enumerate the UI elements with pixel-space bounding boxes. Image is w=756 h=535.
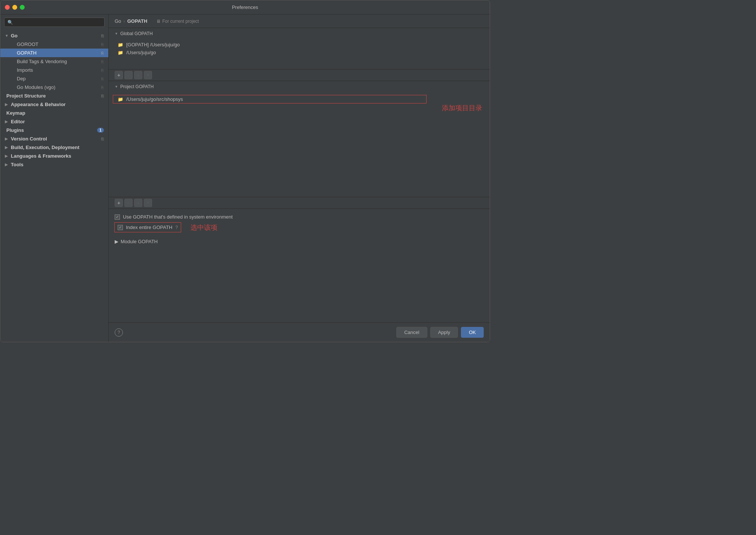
expand-icon: ▶: [5, 163, 11, 167]
sidebar-item-goroot[interactable]: GOROOT ⎘: [0, 40, 108, 49]
sidebar-item-tools[interactable]: ▶ Tools: [0, 160, 108, 169]
breadcrumb-current: GOPATH: [127, 18, 148, 24]
annotation-add-dir: 添加项目目录: [442, 103, 490, 112]
preferences-window: Preferences 🔍 ▼ Go ⎘ GOROOT ⎘: [0, 0, 490, 342]
index-gopath-container: Index entire GOPATH ? 选中该项: [109, 222, 490, 233]
monitor-icon: 🖥: [156, 19, 161, 24]
global-gopath-toolbar: + − ▲ ▼: [109, 69, 490, 81]
global-remove-btn[interactable]: −: [124, 71, 133, 79]
copy-icon: ⎘: [101, 94, 104, 98]
module-gopath-header[interactable]: ▶ Module GOPATH: [109, 236, 490, 247]
plugins-badge: 1: [97, 128, 104, 133]
global-gopath-label: Global GOPATH: [120, 31, 153, 36]
copy-icon: ⎘: [101, 85, 104, 90]
for-current-project: 🖥 For current project: [156, 19, 199, 24]
global-path-item-1[interactable]: 📁 /Users/juju/go: [109, 49, 490, 56]
expand-icon: ▶: [5, 120, 11, 124]
project-path-text-0: /Users/juju/go/src/shopsys: [126, 96, 183, 102]
apply-button[interactable]: Apply: [430, 327, 458, 338]
sidebar-item-version-control-label: Version Control: [11, 136, 47, 142]
help-button[interactable]: ?: [115, 328, 123, 337]
sidebar-item-go-label: Go: [11, 33, 18, 38]
expand-icon: ▶: [5, 154, 11, 158]
sidebar-item-build-execution[interactable]: ▶ Build, Execution, Deployment: [0, 143, 108, 152]
sidebar-item-build-tags[interactable]: Build Tags & Vendoring ⎘: [0, 57, 108, 66]
use-gopath-row: Use GOPATH that's defined in system envi…: [109, 212, 490, 222]
index-gopath-checkbox[interactable]: [118, 225, 123, 230]
project-add-btn[interactable]: +: [115, 199, 123, 207]
sidebar-item-dep[interactable]: Dep ⎘: [0, 74, 108, 83]
project-gopath-header[interactable]: ▼ Project GOPATH: [109, 81, 490, 92]
expand-triangle-icon: ▶: [115, 239, 118, 244]
sidebar-item-plugins[interactable]: Plugins 1: [0, 126, 108, 134]
cancel-button[interactable]: Cancel: [396, 327, 427, 338]
sidebar-item-editor-label: Editor: [11, 119, 25, 124]
sidebar-item-editor[interactable]: ▶ Editor: [0, 117, 108, 126]
expand-icon: ▶: [5, 137, 11, 141]
expand-icon: ▶: [5, 145, 11, 149]
search-box[interactable]: 🔍: [4, 18, 105, 27]
project-path-item-0[interactable]: 📁 /Users/juju/go/src/shopsys: [113, 95, 426, 103]
sidebar-item-version-control[interactable]: ▶ Version Control ⎘: [0, 134, 108, 143]
global-path-item-0[interactable]: 📁 [GOPATH] /Users/juju/go: [109, 41, 490, 49]
global-gopath-header[interactable]: ▼ Global GOPATH: [109, 28, 490, 39]
sidebar-item-build-tags-label: Build Tags & Vendoring: [17, 59, 67, 64]
index-gopath-label: Index entire GOPATH: [126, 225, 173, 230]
title-bar: Preferences: [0, 0, 490, 15]
global-gopath-section: ▼ Global GOPATH 📁 [GOPATH] /Users/juju/g…: [109, 28, 490, 81]
breadcrumb: Go › GOPATH: [115, 18, 147, 24]
sidebar-item-tools-label: Tools: [11, 162, 24, 167]
sidebar: 🔍 ▼ Go ⎘ GOROOT ⎘ GOPA: [0, 15, 109, 342]
global-gopath-items: 📁 [GOPATH] /Users/juju/go 📁 /Users/juju/…: [109, 39, 490, 69]
sidebar-item-build-execution-label: Build, Execution, Deployment: [11, 145, 79, 150]
index-gopath-row: Index entire GOPATH ?: [115, 223, 181, 232]
project-gopath-toolbar: + − ▲ ▼: [109, 197, 490, 208]
use-gopath-label: Use GOPATH that's defined in system envi…: [123, 214, 233, 220]
copy-icon: ⎘: [101, 34, 104, 38]
main-content: 🔍 ▼ Go ⎘ GOROOT ⎘ GOPA: [0, 15, 490, 342]
sidebar-item-go-modules-label: Go Modules (vgo): [17, 84, 55, 90]
expand-icon: ▼: [5, 34, 11, 38]
copy-icon: ⎘: [101, 68, 104, 72]
global-path-text-1: /Users/juju/go: [126, 50, 156, 55]
sidebar-item-go-modules[interactable]: Go Modules (vgo) ⎘: [0, 83, 108, 92]
expand-triangle-icon: ▼: [115, 85, 118, 89]
folder-icon: 📁: [118, 42, 123, 47]
sidebar-item-gopath[interactable]: GOPATH ⎘: [0, 49, 108, 57]
sidebar-item-languages[interactable]: ▶ Languages & Frameworks: [0, 152, 108, 160]
sidebar-item-keymap[interactable]: Keymap: [0, 109, 108, 117]
content-header: Go › GOPATH 🖥 For current project: [109, 15, 490, 28]
folder-icon: 📁: [118, 50, 123, 55]
sidebar-item-project-structure[interactable]: Project Structure ⎘: [0, 92, 108, 100]
annotation-select: 选中该项: [190, 223, 217, 232]
project-remove-btn[interactable]: −: [124, 199, 133, 207]
sidebar-item-languages-label: Languages & Frameworks: [11, 153, 71, 159]
close-button[interactable]: [5, 5, 10, 10]
expand-icon: ▶: [5, 102, 11, 106]
project-down-btn[interactable]: ▼: [144, 199, 152, 207]
maximize-button[interactable]: [20, 5, 25, 10]
sidebar-item-go[interactable]: ▼ Go ⎘: [0, 31, 108, 40]
global-up-btn[interactable]: ▲: [134, 71, 142, 79]
search-input[interactable]: [15, 19, 101, 25]
content-body: ▼ Global GOPATH 📁 [GOPATH] /Users/juju/g…: [109, 28, 490, 322]
minimize-button[interactable]: [12, 5, 17, 10]
module-gopath-label: Module GOPATH: [121, 239, 158, 244]
project-gopath-label: Project GOPATH: [120, 84, 154, 89]
checkbox-section: Use GOPATH that's defined in system envi…: [109, 209, 490, 236]
ok-button[interactable]: OK: [461, 327, 484, 338]
use-gopath-checkbox[interactable]: [115, 214, 120, 220]
content-area: Go › GOPATH 🖥 For current project ▼ Glob…: [109, 15, 490, 342]
global-add-btn[interactable]: +: [115, 71, 123, 79]
project-gopath-section: ▼ Project GOPATH 📁 /Users/juju/go/src/sh…: [109, 81, 490, 209]
sidebar-item-imports[interactable]: Imports ⎘: [0, 66, 108, 74]
bottom-buttons: Cancel Apply OK: [396, 327, 484, 338]
sidebar-item-appearance-label: Appearance & Behavior: [11, 102, 66, 107]
expand-triangle-icon: ▼: [115, 32, 118, 35]
help-icon[interactable]: ?: [176, 225, 178, 230]
global-down-btn[interactable]: ▼: [144, 71, 152, 79]
global-path-text-0: [GOPATH] /Users/juju/go: [126, 42, 180, 47]
sidebar-item-appearance[interactable]: ▶ Appearance & Behavior: [0, 100, 108, 109]
project-up-btn[interactable]: ▲: [134, 199, 142, 207]
window-title: Preferences: [232, 4, 258, 10]
